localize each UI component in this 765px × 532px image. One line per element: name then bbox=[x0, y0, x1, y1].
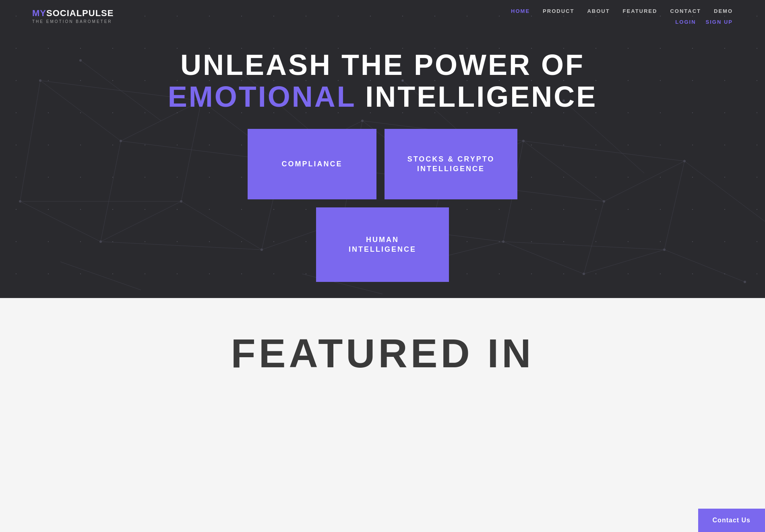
logo-name: SOCIALPULSE bbox=[46, 8, 114, 18]
featured-logos-area bbox=[0, 401, 765, 522]
hero-line1: UNLEASH THE POWER OF bbox=[180, 49, 585, 81]
hero-content: UNLEASH THE POWER OF EMOTIONAL INTELLIGE… bbox=[0, 25, 765, 282]
nav-link-contact[interactable]: CONTACT bbox=[670, 8, 701, 14]
featured-section: FEATURED IN bbox=[0, 298, 765, 532]
contact-us-button[interactable]: Contact Us bbox=[698, 509, 765, 532]
nav-right: HOME PRODUCT ABOUT FEATURED CONTACT DEMO… bbox=[511, 8, 733, 25]
signup-link[interactable]: SIGN UP bbox=[706, 19, 733, 25]
logo: MYSOCIALPULSE THE EMOTION BAROMETER bbox=[32, 8, 114, 24]
nav-link-demo[interactable]: DEMO bbox=[714, 8, 733, 14]
login-link[interactable]: LOGIN bbox=[675, 19, 696, 25]
card-stocks[interactable]: STOCKS & CRYPTOINTELLIGENCE bbox=[385, 129, 517, 199]
card-compliance-label: COMPLIANCE bbox=[282, 159, 343, 169]
cards-top-row: COMPLIANCE STOCKS & CRYPTOINTELLIGENCE bbox=[248, 129, 517, 199]
logo-text: MYSOCIALPULSE bbox=[32, 8, 114, 19]
nav-link-about[interactable]: ABOUT bbox=[587, 8, 610, 14]
nav-main-links: HOME PRODUCT ABOUT FEATURED CONTACT DEMO bbox=[511, 8, 733, 14]
card-human-label: HUMANINTELLIGENCE bbox=[349, 235, 416, 254]
logo-my: MY bbox=[32, 8, 46, 18]
hero-title: UNLEASH THE POWER OF EMOTIONAL INTELLIGE… bbox=[168, 49, 598, 113]
card-human[interactable]: HUMANINTELLIGENCE bbox=[316, 207, 449, 282]
card-stocks-label: STOCKS & CRYPTOINTELLIGENCE bbox=[407, 155, 495, 174]
nav-auth-links: LOGIN SIGN UP bbox=[675, 19, 733, 25]
card-compliance[interactable]: COMPLIANCE bbox=[248, 129, 376, 199]
logo-tagline: THE EMOTION BAROMETER bbox=[32, 19, 114, 24]
cards-container: COMPLIANCE STOCKS & CRYPTOINTELLIGENCE H… bbox=[248, 129, 517, 282]
nav-link-home[interactable]: HOME bbox=[511, 8, 530, 14]
navbar: MYSOCIALPULSE THE EMOTION BAROMETER HOME… bbox=[0, 0, 765, 25]
cards-bottom-row: HUMANINTELLIGENCE bbox=[316, 199, 449, 282]
hero-headline: UNLEASH THE POWER OF EMOTIONAL INTELLIGE… bbox=[168, 49, 598, 113]
hero-highlight: EMOTIONAL bbox=[168, 81, 356, 113]
nav-link-product[interactable]: PRODUCT bbox=[543, 8, 574, 14]
nav-link-featured[interactable]: FEATURED bbox=[623, 8, 657, 14]
hero-section: MYSOCIALPULSE THE EMOTION BAROMETER HOME… bbox=[0, 0, 765, 298]
hero-line2-text: INTELLIGENCE bbox=[365, 81, 597, 113]
featured-title: FEATURED IN bbox=[231, 330, 534, 377]
